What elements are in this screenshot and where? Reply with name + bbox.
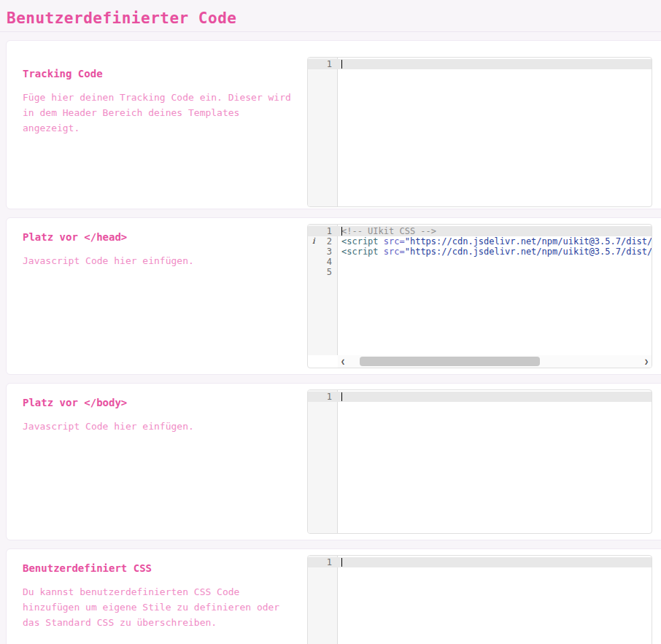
code-token: "https://cdn.jsdelivr.net/npm/uikit@3.5.… bbox=[405, 247, 652, 257]
code-token: src= bbox=[384, 247, 405, 257]
before-body-editor[interactable]: 1 bbox=[307, 389, 652, 534]
line-number: 1 bbox=[308, 59, 339, 69]
code-token bbox=[379, 247, 384, 257]
line-number: 2i bbox=[308, 236, 339, 247]
editor-lines: 1<!-- UIkit CSS -->2i<script src="https:… bbox=[308, 225, 652, 277]
section-custom-css: Benutzerdefiniert CSS Du kannst benutzer… bbox=[6, 548, 661, 644]
code-line[interactable]: 1 bbox=[308, 392, 652, 402]
editor-gutter bbox=[308, 556, 338, 644]
code-token: <!-- UIkit CSS --> bbox=[341, 226, 436, 236]
code-line[interactable]: 4 bbox=[308, 257, 652, 267]
tracking-code-editor[interactable]: 1 bbox=[307, 57, 652, 207]
section-heading: Benutzerdefiniert CSS bbox=[23, 562, 291, 574]
code-line[interactable]: 1<!-- UIkit CSS --> bbox=[308, 226, 652, 236]
code-token: <script bbox=[341, 247, 379, 257]
text-cursor bbox=[341, 392, 342, 401]
code-token: <script bbox=[341, 236, 379, 247]
section-info: Platz vor </head> Javascript Code hier e… bbox=[23, 224, 291, 368]
text-cursor bbox=[341, 227, 342, 236]
text-cursor bbox=[341, 558, 342, 567]
custom-css-editor[interactable]: 1 bbox=[307, 555, 652, 644]
before-head-editor[interactable]: 1<!-- UIkit CSS -->2i<script src="https:… bbox=[307, 224, 652, 368]
page-title: Benutzerdefinierter Code bbox=[7, 9, 661, 27]
code-text[interactable] bbox=[339, 257, 652, 267]
scroll-left-icon[interactable]: ❮ bbox=[338, 355, 348, 368]
section-info: Benutzerdefiniert CSS Du kannst benutzer… bbox=[23, 555, 291, 644]
code-token: "https://cdn.jsdelivr.net/npm/uikit@3.5.… bbox=[405, 236, 652, 247]
section-description: Javascript Code hier einfügen. bbox=[23, 419, 291, 434]
editor-gutter bbox=[308, 390, 338, 533]
line-number: 4 bbox=[308, 257, 339, 267]
section-heading: Platz vor </head> bbox=[23, 231, 291, 243]
editor-lines: 1 bbox=[308, 58, 652, 69]
line-number: 3 bbox=[308, 247, 339, 257]
section-description: Füge hier deinen Tracking Code ein. Dies… bbox=[23, 90, 291, 136]
code-line[interactable]: 3<script src="https://cdn.jsdelivr.net/n… bbox=[308, 247, 652, 257]
code-text[interactable]: <script src="https://cdn.jsdelivr.net/np… bbox=[339, 236, 652, 247]
section-info: Tracking Code Füge hier deinen Tracking … bbox=[23, 57, 291, 207]
lint-info-icon: i bbox=[312, 236, 315, 247]
code-line[interactable]: 1 bbox=[308, 59, 652, 69]
line-number: 5 bbox=[308, 267, 339, 277]
code-token bbox=[379, 236, 384, 247]
scrollbar-track[interactable] bbox=[348, 355, 641, 368]
horizontal-scrollbar[interactable]: ❮❯ bbox=[338, 355, 652, 368]
code-text[interactable]: <!-- UIkit CSS --> bbox=[339, 226, 652, 236]
section-heading: Tracking Code bbox=[23, 68, 291, 79]
code-line[interactable]: 2i<script src="https://cdn.jsdelivr.net/… bbox=[308, 236, 652, 247]
code-text[interactable] bbox=[339, 59, 652, 69]
page-header: Benutzerdefinierter Code bbox=[0, 0, 661, 32]
line-number: 1 bbox=[308, 392, 339, 402]
main-content: Tracking Code Füge hier deinen Tracking … bbox=[0, 32, 661, 644]
line-number: 1 bbox=[308, 226, 339, 236]
section-description: Du kannst benutzerdefinierten CSS Code h… bbox=[23, 584, 291, 630]
code-text[interactable] bbox=[339, 267, 652, 277]
code-line[interactable]: 1 bbox=[308, 557, 652, 567]
code-token: src= bbox=[384, 236, 405, 247]
section-before-body: Platz vor </body> Javascript Code hier e… bbox=[6, 383, 661, 540]
section-description: Javascript Code hier einfügen. bbox=[23, 253, 291, 268]
code-text[interactable] bbox=[339, 557, 652, 567]
code-line[interactable]: 5 bbox=[308, 267, 652, 277]
editor-gutter bbox=[308, 58, 338, 206]
editor-lines: 1 bbox=[308, 390, 652, 402]
section-heading: Platz vor </body> bbox=[23, 397, 291, 408]
scroll-right-icon[interactable]: ❯ bbox=[641, 355, 652, 368]
section-info: Platz vor </body> Javascript Code hier e… bbox=[23, 389, 291, 534]
text-cursor bbox=[341, 60, 342, 69]
line-number: 1 bbox=[308, 557, 339, 567]
section-before-head: Platz vor </head> Javascript Code hier e… bbox=[6, 217, 661, 375]
scrollbar-thumb[interactable] bbox=[360, 357, 540, 366]
code-text[interactable]: <script src="https://cdn.jsdelivr.net/np… bbox=[339, 247, 652, 257]
editor-lines: 1 bbox=[308, 556, 652, 567]
code-text[interactable] bbox=[339, 392, 652, 402]
section-tracking-code: Tracking Code Füge hier deinen Tracking … bbox=[6, 40, 661, 209]
